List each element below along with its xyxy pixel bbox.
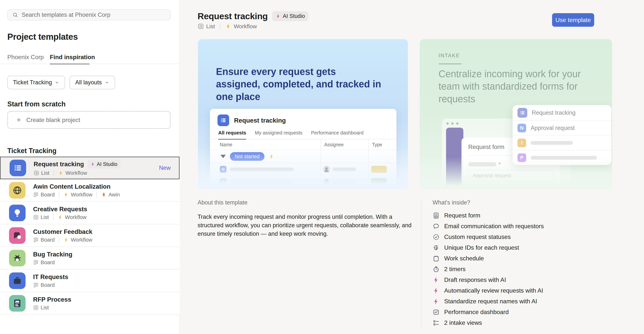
create-blank-project-label: Create blank project — [26, 116, 80, 123]
about-heading: About this template — [198, 199, 247, 206]
start-from-scratch-heading: Start from scratch — [7, 100, 66, 108]
meta-separator — [59, 237, 59, 243]
meta-list: List — [34, 170, 50, 176]
template-tile-icon — [9, 272, 26, 289]
mini-table-row-0: N — [210, 163, 396, 175]
assignee-name-bar — [332, 168, 356, 171]
template-item-title-row: Customer Feedback — [33, 228, 92, 235]
boltY-icon — [63, 192, 69, 198]
task-name-bar — [230, 168, 294, 171]
mock-sidebar-block — [446, 128, 463, 189]
template-item-title-row: Awin Content Localization — [33, 183, 120, 190]
tile-list-icon — [519, 110, 526, 116]
whats-inside-list: Request formEmail communication with req… — [432, 210, 544, 328]
mini-tab-0: All requests — [218, 130, 246, 140]
meta-label: List — [40, 214, 49, 220]
meta-awin: Awin — [101, 192, 120, 198]
mini-column-header: Name — [220, 142, 232, 147]
ai-studio-badge: AI Studio — [272, 11, 308, 21]
ai-studio-badge: AI Studio — [88, 160, 120, 169]
meta-label: Board — [40, 282, 55, 288]
assignee-avatar — [323, 178, 330, 185]
meta-separator — [59, 192, 59, 198]
whats-inside-item-4: Work schedule — [432, 253, 544, 264]
whats-inside-item-6: Draft responses with AI — [432, 274, 544, 285]
whats-inside-label: Request form — [444, 212, 480, 219]
create-blank-project-button[interactable]: Create blank project — [7, 111, 170, 129]
whats-inside-heading: What's inside? — [432, 199, 470, 206]
boltAI-icon — [432, 287, 440, 294]
search-input[interactable]: Search templates at Phoenix Corp — [7, 10, 170, 20]
template-list-item-5[interactable]: IT RequestsBoard — [0, 270, 180, 292]
boltY-icon — [58, 214, 63, 220]
header-meta-list: List — [198, 23, 215, 30]
assignee-avatar — [323, 166, 330, 173]
whats-inside-item-0: Request form — [432, 210, 544, 221]
template-tile-icon — [9, 182, 26, 199]
kicker-underline — [438, 64, 462, 64]
mini-group-row: Not started — [210, 150, 396, 163]
meta-label: Workflow — [71, 192, 92, 198]
template-item-body: Customer FeedbackBoardWorkflow — [33, 228, 92, 243]
use-template-button[interactable]: Use template — [552, 13, 594, 27]
timer-icon — [432, 266, 440, 273]
request-row-bar — [531, 156, 597, 160]
tab-divider — [0, 64, 180, 64]
meta-separator — [96, 192, 97, 198]
tab-phoenix-corp[interactable]: Phoenix Corp — [7, 54, 44, 61]
template-item-title: Bug Tracking — [33, 251, 72, 258]
request-row-label: Approval request — [531, 125, 575, 131]
meta-separator — [220, 23, 220, 30]
template-list-item-1[interactable]: Awin Content LocalizationBoardWorkflowAw… — [0, 179, 180, 202]
template-item-body: Bug TrackingBoard — [33, 251, 72, 265]
chat-icon — [432, 223, 440, 230]
avatar-woman-icon — [323, 178, 330, 185]
template-list-item-0[interactable]: Request trackingAI StudioListWorkflowNew — [0, 157, 180, 179]
meta-label: Board — [40, 259, 55, 265]
fingerprint-icon — [432, 244, 440, 251]
list-icon — [33, 305, 39, 310]
mini-window-tabs: All requestsMy assigned requestsPerforma… — [218, 130, 364, 140]
meta-workflow: Workflow — [63, 192, 92, 198]
template-item-meta: List — [33, 305, 71, 311]
whats-inside-label: Automatically review requests with AI — [444, 287, 543, 294]
layout-filter-dropdown[interactable]: All layouts — [70, 76, 115, 89]
meta-label: List — [41, 170, 50, 176]
intake-panel-row-2: P — [512, 150, 612, 165]
boltY-icon — [63, 237, 69, 243]
template-item-body: Request trackingAI StudioListWorkflow — [34, 160, 120, 176]
mini-table-row-2: N — [210, 188, 396, 189]
meta-list: List — [33, 305, 49, 311]
tab-find-inspiration[interactable]: Find inspiration — [50, 54, 95, 61]
chevron-down-icon — [54, 80, 60, 85]
tab-bar: Phoenix Corp Find inspiration — [0, 51, 180, 64]
form-input-value: Approval request — [473, 173, 511, 179]
meta-label: List — [206, 23, 215, 30]
template-tile-icon — [9, 250, 26, 266]
template-item-title: RFP Process — [33, 296, 71, 303]
template-item-meta: Board — [33, 259, 72, 265]
category-filter-dropdown[interactable]: Ticket Tracking — [7, 76, 65, 89]
list-project-icon — [518, 108, 527, 118]
briefcase-icon — [12, 275, 22, 286]
meta-workflow: Workflow — [58, 170, 87, 176]
meta-label: Workflow — [65, 214, 87, 220]
layout-filter-label: All layouts — [75, 79, 102, 86]
template-item-meta: Board — [33, 282, 68, 288]
template-list-item-2[interactable]: Creative RequestsListWorkflow — [0, 202, 180, 224]
form-icon — [432, 212, 440, 219]
blue-card-headline: Ensure every request gets assigned, comp… — [216, 66, 382, 103]
workflow-bolt-icon — [268, 153, 275, 159]
template-tile-icon — [9, 205, 26, 221]
template-list-item-4[interactable]: Bug TrackingBoard — [0, 247, 180, 270]
template-list-item-6[interactable]: RFP ProcessList — [0, 292, 180, 315]
views-icon — [432, 319, 440, 326]
template-list-item-3[interactable]: Customer FeedbackBoardWorkflow — [0, 224, 180, 247]
meta-separator — [54, 170, 54, 176]
list-icon — [33, 214, 39, 220]
mini-table-rows: NNN — [210, 163, 396, 189]
template-item-title: Awin Content Localization — [33, 183, 110, 190]
template-item-title: IT Requests — [33, 273, 68, 280]
ai-bolt-icon — [276, 14, 281, 19]
template-item-title-row: Request trackingAI Studio — [34, 160, 120, 169]
